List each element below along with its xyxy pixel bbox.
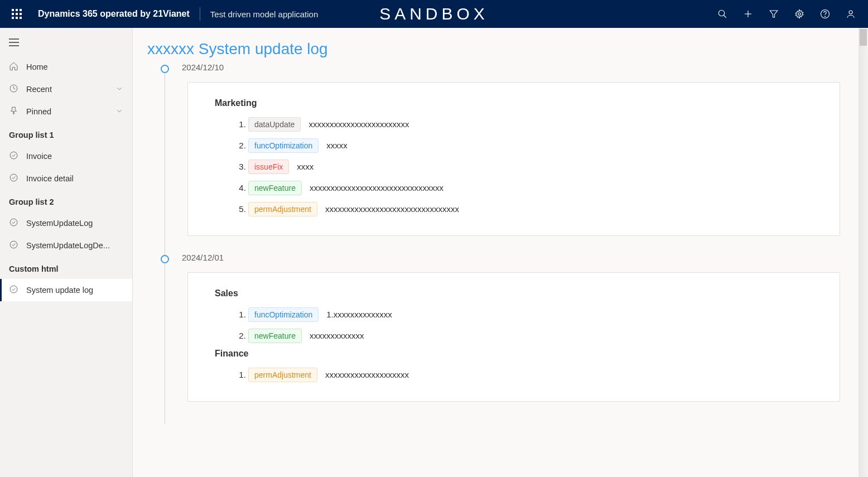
log-description: 1.xxxxxxxxxxxxxx (326, 310, 392, 319)
log-item: funcOptimization1.xxxxxxxxxxxxxx (248, 304, 813, 325)
svg-marker-4 (770, 11, 778, 17)
tag-funcOptimization: funcOptimization (248, 138, 319, 153)
tag-newFeature: newFeature (248, 329, 302, 343)
entity-icon (9, 240, 18, 251)
nav-item[interactable]: SystemUpdateLog (0, 212, 132, 234)
sidebar: HomeRecentPinnedGroup list 1InvoiceInvoi… (0, 28, 133, 477)
divider (200, 7, 200, 21)
entry-date: 2024/12/10 (182, 62, 840, 72)
entity-icon (9, 285, 18, 296)
entry-card: MarketingdataUpdatexxxxxxxxxxxxxxxxxxxxx… (187, 82, 840, 236)
svg-point-8 (849, 11, 852, 14)
search-button[interactable] (711, 2, 734, 26)
log-item: permAdjustmentxxxxxxxxxxxxxxxxxxxx (248, 364, 813, 386)
log-list: dataUpdatexxxxxxxxxxxxxxxxxxxxxxxxfuncOp… (215, 114, 813, 220)
entry-date: 2024/12/01 (182, 253, 840, 262)
add-button[interactable] (736, 2, 760, 26)
timeline-dot (161, 65, 169, 73)
svg-point-17 (10, 286, 17, 293)
nav-label: Recent (26, 85, 52, 94)
collapse-nav-button[interactable] (1, 32, 27, 52)
home-icon (9, 61, 18, 73)
waffle-icon (12, 9, 22, 19)
nav-group-header: Group list 1 (0, 123, 132, 145)
entry-card: SalesfuncOptimization1.xxxxxxxxxxxxxxnew… (187, 272, 840, 402)
log-item: issueFixxxxx (248, 156, 813, 177)
log-item: newFeaturexxxxxxxxxxxxx (248, 325, 813, 346)
top-header: Dynamics 365 operated by 21Vianet Test d… (0, 0, 868, 28)
chevron-down-icon (115, 107, 123, 117)
nav-item-home[interactable]: Home (0, 56, 132, 78)
tag-permAdjustment: permAdjustment (248, 368, 317, 382)
filter-icon (769, 9, 779, 19)
svg-point-16 (10, 241, 17, 248)
nav-label: SystemUpdateLog (26, 219, 93, 228)
tag-permAdjustment: permAdjustment (248, 202, 317, 216)
nav-label: Pinned (26, 107, 51, 116)
hamburger-icon (9, 38, 19, 46)
log-description: xxxxxxxxxxxxxxxxxxxxxxxx (308, 119, 409, 129)
log-item: newFeaturexxxxxxxxxxxxxxxxxxxxxxxxxxxxxx… (248, 177, 813, 199)
log-description: xxxxxxxxxxxxx (310, 331, 364, 340)
pin-icon (9, 106, 18, 117)
timeline-dot (161, 255, 169, 263)
log-description: xxxxxxxxxxxxxxxxxxxxxxxxxxxxxxxx (325, 204, 459, 214)
log-description: xxxxx (326, 141, 348, 150)
svg-point-5 (798, 13, 801, 16)
filter-button[interactable] (762, 2, 785, 26)
svg-point-14 (10, 174, 17, 181)
tag-funcOptimization: funcOptimization (248, 307, 319, 322)
log-item: funcOptimizationxxxxx (248, 135, 813, 156)
page-title: xxxxxx System update log (133, 28, 868, 62)
section-title: Finance (215, 349, 813, 359)
log-list: permAdjustmentxxxxxxxxxxxxxxxxxxxx (215, 364, 813, 386)
nav-label: SystemUpdateLogDe... (26, 241, 110, 250)
svg-point-13 (10, 152, 17, 159)
nav-label: Home (26, 62, 48, 71)
help-icon (820, 9, 830, 19)
nav-item[interactable]: Invoice detail (0, 167, 132, 190)
tag-issueFix: issueFix (248, 160, 289, 174)
log-description: xxxx (297, 162, 314, 171)
entity-icon (9, 173, 18, 184)
nav-item-pinned[interactable]: Pinned (0, 100, 132, 123)
product-name: Dynamics 365 operated by 21Vianet (38, 9, 190, 19)
nav-label: Invoice (26, 152, 52, 161)
settings-button[interactable] (788, 2, 811, 26)
search-icon (717, 9, 727, 19)
svg-line-1 (724, 15, 726, 18)
account-button[interactable] (839, 2, 862, 26)
nav-item-recent[interactable]: Recent (0, 78, 132, 100)
nav-group-header: Group list 2 (0, 190, 132, 212)
scrollbar-thumb[interactable] (860, 29, 867, 46)
nav-label: System update log (26, 286, 93, 295)
scrollbar-track[interactable] (859, 28, 868, 477)
nav-item[interactable]: SystemUpdateLogDe... (0, 234, 132, 257)
gear-icon (794, 9, 804, 19)
app-launcher-button[interactable] (6, 3, 28, 25)
log-item: dataUpdatexxxxxxxxxxxxxxxxxxxxxxxx (248, 114, 813, 135)
entity-icon (9, 151, 18, 162)
tag-newFeature: newFeature (248, 181, 302, 195)
main-content: xxxxxx System update log 2024/12/10 Mark… (133, 28, 868, 477)
section-title: Sales (215, 288, 813, 298)
timeline-line (165, 74, 165, 258)
help-button[interactable] (813, 2, 837, 26)
app-name: Test driven model application (210, 9, 318, 19)
log-description: xxxxxxxxxxxxxxxxxxxxxxxxxxxxxxxx (310, 183, 443, 192)
nav-item[interactable]: Invoice (0, 145, 132, 167)
log-item: permAdjustmentxxxxxxxxxxxxxxxxxxxxxxxxxx… (248, 199, 813, 220)
svg-point-15 (10, 219, 17, 226)
timeline-line (165, 264, 165, 424)
person-icon (846, 9, 856, 19)
log-list: funcOptimization1.xxxxxxxxxxxxxxnewFeatu… (215, 304, 813, 346)
timeline-entry: 2024/12/01 SalesfuncOptimization1.xxxxxx… (161, 253, 840, 418)
log-description: xxxxxxxxxxxxxxxxxxxx (325, 370, 409, 379)
clock-icon (9, 84, 18, 95)
section-title: Marketing (215, 98, 813, 108)
nav-item[interactable]: System update log (0, 279, 132, 301)
plus-icon (743, 9, 753, 19)
nav-label: Invoice detail (26, 174, 74, 183)
timeline-entry: 2024/12/10 MarketingdataUpdatexxxxxxxxxx… (161, 62, 840, 253)
chevron-down-icon (115, 85, 123, 94)
